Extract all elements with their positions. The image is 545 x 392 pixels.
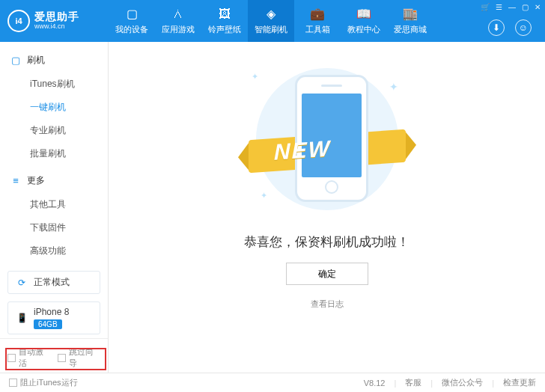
flash-icon: ◈ <box>264 7 278 21</box>
sidebar-item-download-firmware[interactable]: 下载固件 <box>0 216 108 239</box>
nav-toolbox[interactable]: 💼 工具箱 <box>294 0 341 42</box>
nav-label: 铃声壁纸 <box>208 24 241 35</box>
logo-text: 爱思助手 www.i4.cn <box>34 11 79 30</box>
book-icon: 📖 <box>357 7 371 21</box>
separator: | <box>394 379 396 388</box>
separator: | <box>492 379 494 388</box>
apps-icon: ⩑ <box>171 7 185 21</box>
skip-guide-checkbox[interactable]: 跳过向导 <box>58 346 100 369</box>
ok-button[interactable]: 确定 <box>286 263 368 285</box>
sidebar-item-batch-flash[interactable]: 批量刷机 <box>0 142 108 165</box>
auto-activate-checkbox[interactable]: 自动激活 <box>7 346 50 369</box>
refresh-icon: ⟳ <box>16 278 28 288</box>
close-icon[interactable]: ✕ <box>535 3 541 11</box>
sidebar-group-more: ≡ 更多 <box>0 170 108 192</box>
toolbox-icon: 💼 <box>311 7 324 21</box>
nav-apps[interactable]: ⩑ 应用游戏 <box>155 0 201 42</box>
phone-icon: 📱 <box>16 313 28 323</box>
sidebar: ▢ 刷机 iTunes刷机 一键刷机 专业刷机 批量刷机 ≡ 更多 其他工具 下… <box>0 42 109 373</box>
nav-label: 智能刷机 <box>255 24 287 35</box>
skip-guide-label: 跳过向导 <box>69 346 100 369</box>
success-message: 恭喜您，保资料刷机成功啦！ <box>244 233 409 251</box>
wechat-link[interactable]: 微信公众号 <box>442 377 483 388</box>
support-link[interactable]: 客服 <box>405 377 421 388</box>
menu-icon[interactable]: ☰ <box>496 3 502 11</box>
nav-label: 工具箱 <box>305 24 330 35</box>
brand-url: www.i4.cn <box>34 23 79 31</box>
logo-icon: i4 <box>7 10 30 32</box>
checkbox-icon <box>9 379 17 387</box>
check-update-link[interactable]: 检查更新 <box>503 377 536 388</box>
wallpaper-icon: 🖼 <box>218 7 231 21</box>
sidebar-item-itunes-flash[interactable]: iTunes刷机 <box>0 73 108 96</box>
mode-label: 正常模式 <box>34 276 70 289</box>
separator: | <box>430 379 433 388</box>
nav-label: 爱思商城 <box>394 24 427 35</box>
hero-illustration: ✦ ✦ ✦ NEW <box>226 58 428 220</box>
nav-label: 应用游戏 <box>162 24 195 35</box>
nav-label: 我的设备 <box>115 24 148 35</box>
nav-tutorials[interactable]: 📖 教程中心 <box>341 0 387 42</box>
sparkle-icon: ✦ <box>261 191 267 200</box>
nav-flash[interactable]: ◈ 智能刷机 <box>248 0 294 42</box>
phone-outline-icon: ▢ <box>10 55 21 66</box>
user-button[interactable]: ☺ <box>515 19 532 36</box>
sidebar-item-oneclick-flash[interactable]: 一键刷机 <box>0 96 108 119</box>
nav-store[interactable]: 🏬 爱思商城 <box>387 0 433 42</box>
sidebar-item-advanced[interactable]: 高级功能 <box>0 239 108 263</box>
store-icon: 🏬 <box>404 7 417 21</box>
header-right-icons: ⬇ ☺ <box>488 19 532 36</box>
window-controls: 🛒 ☰ — ▢ ✕ <box>481 3 541 11</box>
device-icon: ▢ <box>125 7 138 21</box>
phone-screen <box>302 94 362 177</box>
logo-area: i4 爱思助手 www.i4.cn <box>0 0 109 42</box>
auto-activate-label: 自动激活 <box>19 346 50 369</box>
new-badge: NEW <box>274 135 331 165</box>
mode-selector[interactable]: ⟳ 正常模式 <box>7 271 100 294</box>
cart-icon[interactable]: 🛒 <box>481 3 490 11</box>
device-selector[interactable]: 📱 iPhone 8 64GB <box>7 301 100 334</box>
main-content: ✦ ✦ ✦ NEW 恭喜您，保资料刷机成功啦！ 确定 查看日志 <box>109 42 545 373</box>
sparkle-icon: ✦ <box>389 81 398 93</box>
view-log-link[interactable]: 查看日志 <box>311 298 344 310</box>
sidebar-item-pro-flash[interactable]: 专业刷机 <box>0 119 108 142</box>
sidebar-group-label: 更多 <box>27 174 45 187</box>
maximize-icon[interactable]: ▢ <box>522 3 529 11</box>
device-name: iPhone 8 <box>34 307 69 317</box>
block-itunes-label: 阻止iTunes运行 <box>20 377 78 388</box>
block-itunes-checkbox[interactable]: 阻止iTunes运行 <box>9 377 78 388</box>
header-bar: i4 爱思助手 www.i4.cn ▢ 我的设备 ⩑ 应用游戏 🖼 铃声壁纸 ◈… <box>0 0 545 42</box>
nav-label: 教程中心 <box>347 24 380 35</box>
sidebar-group-flash: ▢ 刷机 <box>0 49 108 71</box>
download-button[interactable]: ⬇ <box>488 19 505 36</box>
top-nav: ▢ 我的设备 ⩑ 应用游戏 🖼 铃声壁纸 ◈ 智能刷机 💼 工具箱 📖 教程中心… <box>109 0 545 42</box>
checkbox-icon <box>58 354 66 362</box>
sidebar-item-other-tools[interactable]: 其他工具 <box>0 193 108 216</box>
brand-name: 爱思助手 <box>34 11 79 22</box>
nav-my-device[interactable]: ▢ 我的设备 <box>109 0 155 42</box>
storage-badge: 64GB <box>34 319 62 329</box>
version-label: V8.12 <box>364 379 386 388</box>
sidebar-group-label: 刷机 <box>27 54 45 67</box>
more-icon: ≡ <box>10 176 21 186</box>
nav-ringtones[interactable]: 🖼 铃声壁纸 <box>201 0 248 42</box>
checkbox-icon <box>7 354 16 362</box>
sidebar-bottom-options: 自动激活 跳过向导 <box>0 338 108 376</box>
sparkle-icon: ✦ <box>252 72 258 82</box>
minimize-icon[interactable]: — <box>508 3 516 11</box>
